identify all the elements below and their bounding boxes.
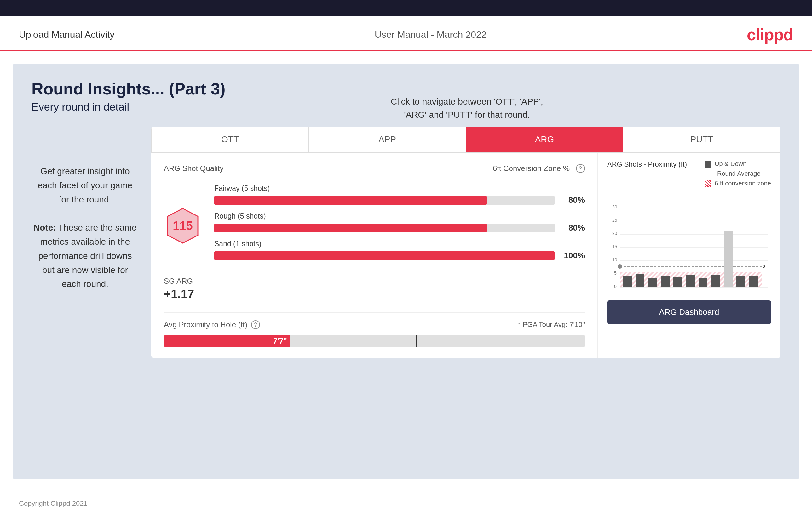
pga-avg: ↑ PGA Tour Avg: 7'10"	[517, 321, 585, 329]
proximity-title: Avg Proximity to Hole (ft) ?	[164, 320, 260, 329]
clippd-logo: clippd	[747, 25, 793, 44]
sg-label: SG ARG	[164, 277, 585, 286]
svg-rect-24	[673, 277, 682, 287]
svg-text:10: 10	[612, 257, 617, 262]
svg-text:0: 0	[614, 284, 617, 289]
legend-round-avg: Round Average	[705, 170, 771, 177]
section-header: ARG Shot Quality 6ft Conversion Zone % ?	[164, 164, 585, 173]
sand-pct: 100%	[560, 251, 585, 261]
proximity-section: Avg Proximity to Hole (ft) ? ↑ PGA Tour …	[164, 313, 585, 347]
svg-text:20: 20	[612, 231, 617, 236]
tab-ott[interactable]: OTT	[151, 127, 308, 153]
chart-header: ARG Shots - Proximity (ft) Up & Down Rou…	[607, 160, 771, 187]
legend-updown: Up & Down	[705, 160, 771, 168]
tab-bar: OTT APP ARG PUTT	[151, 127, 780, 153]
upload-manual-label[interactable]: Upload Manual Activity	[19, 29, 115, 40]
shot-quality-label: ARG Shot Quality	[164, 164, 223, 173]
sand-bar-fill	[214, 251, 555, 260]
sand-row: Sand (1 shots) 100%	[214, 240, 585, 261]
chart-title: ARG Shots - Proximity (ft)	[607, 160, 687, 168]
legend-updown-label: Up & Down	[715, 160, 747, 168]
sg-section: SG ARG +1.17	[164, 277, 585, 301]
help-icon[interactable]: ?	[576, 164, 585, 173]
svg-text:5: 5	[614, 271, 617, 276]
right-section: ARG Shots - Proximity (ft) Up & Down Rou…	[598, 153, 780, 358]
rough-label: Rough (5 shots)	[214, 212, 585, 220]
score-container: 115 Fairway (5 shots) 80%	[164, 184, 585, 267]
nav-hint: Click to navigate between 'OTT', 'APP', …	[391, 95, 543, 122]
left-section: ARG Shot Quality 6ft Conversion Zone % ?…	[151, 153, 598, 358]
tab-putt[interactable]: PUTT	[623, 127, 780, 153]
svg-rect-20	[623, 277, 632, 287]
cursor-line	[416, 335, 416, 347]
manual-date-label: User Manual - March 2022	[375, 29, 487, 40]
sg-value: +1.17	[164, 287, 585, 301]
rough-row: Rough (5 shots) 80%	[214, 212, 585, 233]
legend-dash-icon	[705, 173, 714, 174]
fairway-bar-fill	[214, 196, 487, 205]
header: Upload Manual Activity User Manual - Mar…	[0, 16, 812, 51]
fairway-label: Fairway (5 shots)	[214, 184, 585, 193]
legend-striped-icon	[705, 180, 711, 187]
main-panel: OTT APP ARG PUTT ARG Shot Quality 6ft Co…	[151, 127, 780, 358]
legend-updown-icon	[705, 161, 711, 168]
svg-rect-22	[648, 278, 657, 287]
svg-rect-27	[711, 275, 720, 287]
arg-dashboard-btn[interactable]: ARG Dashboard	[607, 300, 771, 324]
legend-6ft: 6 ft conversion zone	[705, 180, 771, 187]
svg-rect-26	[699, 278, 707, 287]
svg-text:8: 8	[763, 264, 765, 269]
chart-legend: Up & Down Round Average 6 ft conversion …	[705, 160, 771, 187]
sand-bar-track	[214, 251, 555, 260]
chart-svg: 0 5 10 15 20 25 30	[607, 193, 771, 294]
panel-content: ARG Shot Quality 6ft Conversion Zone % ?…	[151, 153, 780, 358]
svg-rect-29	[737, 277, 745, 287]
fairway-pct: 80%	[560, 195, 585, 205]
rough-bar-fill	[214, 224, 487, 232]
legend-round-avg-label: Round Average	[717, 170, 761, 177]
hex-score-value: 115	[173, 219, 193, 233]
svg-rect-23	[661, 276, 670, 287]
chart-area: 0 5 10 15 20 25 30	[607, 193, 771, 294]
tab-arg[interactable]: ARG	[466, 127, 623, 153]
svg-text:30: 30	[612, 204, 617, 210]
rough-bar-track	[214, 224, 555, 232]
proximity-value: 7'7"	[273, 337, 287, 345]
fairway-bar-track	[214, 196, 555, 205]
legend-6ft-label: 6 ft conversion zone	[715, 180, 771, 187]
svg-rect-28	[724, 231, 732, 287]
proximity-bar-track: 7'7"	[164, 335, 585, 347]
proximity-header: Avg Proximity to Hole (ft) ? ↑ PGA Tour …	[164, 320, 585, 329]
tab-app[interactable]: APP	[308, 127, 466, 153]
sand-label: Sand (1 shots)	[214, 240, 585, 248]
insight-text: Get greater insight into each facet of y…	[32, 164, 139, 291]
svg-text:15: 15	[612, 244, 617, 249]
top-bar	[0, 0, 812, 16]
svg-text:25: 25	[612, 218, 617, 223]
rough-pct: 80%	[560, 223, 585, 233]
copyright-text: Copyright Clippd 2021	[19, 499, 88, 507]
svg-rect-30	[749, 276, 758, 287]
bar-rows: Fairway (5 shots) 80% Rough (5 shots)	[214, 184, 585, 267]
svg-rect-25	[686, 275, 695, 287]
insight-note: Note:	[34, 223, 56, 232]
proximity-help-icon[interactable]: ?	[251, 320, 260, 329]
svg-point-31	[617, 264, 622, 269]
svg-rect-21	[636, 274, 644, 287]
fairway-row: Fairway (5 shots) 80%	[214, 184, 585, 205]
footer: Copyright Clippd 2021	[0, 492, 812, 507]
proximity-bar-fill: 7'7"	[164, 335, 290, 347]
main-content: Round Insights... (Part 3) Every round i…	[13, 64, 799, 479]
conversion-label: 6ft Conversion Zone %	[493, 164, 570, 173]
hexagon-score: 115	[164, 207, 202, 245]
